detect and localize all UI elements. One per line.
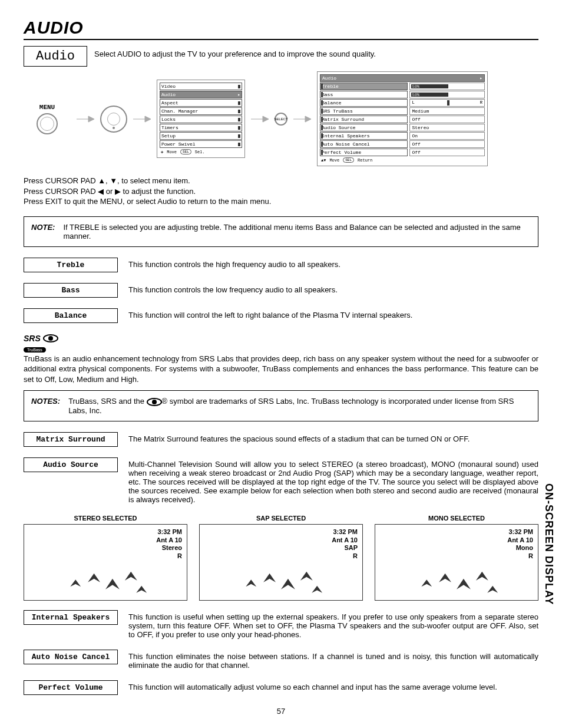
term-matrix: Matrix Surround The Matrix Surround feat…	[24, 432, 538, 447]
term-treble: Treble This function controls the high f…	[24, 258, 538, 272]
example-title: MONO SELECTED	[375, 515, 538, 522]
audio-label-box: Audio	[24, 46, 87, 67]
osd-example-sap: SAP SELECTED 3:32 PM Ant A 10 SAP R	[199, 515, 363, 601]
dpad-icon	[100, 106, 127, 133]
term-balance: Balance This function will control the l…	[24, 308, 538, 323]
side-tab: ON-SCREEN DISPLAY	[543, 483, 555, 605]
term-desc: This function eliminates the noise betwe…	[128, 650, 538, 670]
osd-row: Chan. Manager	[160, 107, 242, 115]
term-label: Treble	[24, 258, 118, 272]
osd-row: Audio▸	[160, 91, 242, 98]
term-label: Bass	[24, 283, 118, 298]
osd-footer: ▲▼MoveSELReturn	[320, 157, 485, 163]
term-desc: Multi-Channel Television Sound will allo…	[128, 457, 538, 504]
menu-button-col: MENU	[24, 104, 71, 134]
osd-row: Power Swivel	[160, 140, 242, 148]
osd-row: Locks	[160, 116, 242, 123]
arrow-right-icon	[77, 116, 94, 123]
arrow-right-icon	[293, 116, 311, 123]
osd-example-row: STEREO SELECTED 3:32 PM Ant A 10 Stereo …	[24, 515, 538, 601]
term-audio-source: Audio Source Multi-Channel Television So…	[24, 457, 538, 504]
arrow-right-icon	[133, 116, 151, 123]
srs-oval-icon	[43, 334, 58, 342]
intro-text: Select AUDIO to adjust the TV to your pr…	[94, 46, 538, 58]
term-desc: The Matrix Surround features the spaciou…	[128, 432, 538, 443]
term-label: Audio Source	[24, 457, 118, 472]
term-bass: Bass This function controls the low freq…	[24, 283, 538, 298]
select-button-col: SELECT	[275, 112, 287, 126]
instructions: Press CURSOR PAD ▲, ▼, to select menu it…	[24, 176, 538, 207]
osd-row: Timers	[160, 124, 242, 131]
birds-icon	[375, 547, 538, 600]
example-title: STEREO SELECTED	[24, 515, 187, 522]
srs-oval-icon	[147, 398, 162, 406]
srs-section: SRS TruBass TruBass is an audio enhancem…	[24, 334, 538, 385]
select-button-icon: SELECT	[275, 113, 287, 126]
term-desc: This function controls the high frequenc…	[128, 258, 538, 269]
birds-icon	[24, 547, 187, 600]
term-label: Auto Noise Cancel	[24, 650, 118, 664]
osd-main-menu: Video Audio▸ Aspect Chan. Manager Locks …	[157, 80, 245, 158]
hardware-flow-row: MENU Video Audio▸ Aspect Chan. Manager L…	[24, 71, 538, 166]
menu-button-icon	[37, 113, 58, 134]
osd-row: Aspect	[160, 99, 242, 107]
osd-audio-menu: Audio▸ Treble50% Bass50% BalanceLR SRS T…	[317, 71, 488, 166]
srs-body: TruBass is an audio enhancement technolo…	[24, 354, 538, 385]
notes-label: NOTES:	[31, 397, 60, 415]
term-label: Matrix Surround	[24, 432, 118, 447]
term-internal-speakers: Internal Speakers This function is usefu…	[24, 610, 538, 639]
note-box: NOTE: If TREBLE is selected you are adju…	[24, 216, 538, 247]
notes-text: TruBass, SRS and the ® symbol are tradem…	[68, 397, 531, 415]
term-label: Internal Speakers	[24, 610, 118, 625]
osd-footer: ✥MoveSELSel.	[160, 149, 242, 155]
example-title: SAP SELECTED	[199, 515, 363, 522]
term-desc: This function is useful when setting up …	[128, 610, 538, 639]
arrow-right-icon	[251, 116, 269, 123]
osd-example-mono: MONO SELECTED 3:32 PM Ant A 10 Mono R	[375, 515, 538, 601]
osd-row: Video	[160, 83, 242, 90]
term-label: Balance	[24, 308, 118, 323]
example-screen: 3:32 PM Ant A 10 SAP R	[199, 524, 363, 601]
page-title: AUDIO	[24, 18, 538, 40]
notes-box-2: NOTES: TruBass, SRS and the ® symbol are…	[24, 390, 538, 421]
menu-label: MENU	[24, 104, 71, 111]
note-text: If TREBLE is selected you are adjusting …	[63, 223, 531, 241]
header-row: Audio Select AUDIO to adjust the TV to y…	[24, 46, 538, 67]
term-desc: This function controls the low frequency…	[128, 283, 538, 294]
term-desc: This function will automatically adjust …	[128, 680, 538, 691]
example-screen: 3:32 PM Ant A 10 Mono R	[375, 524, 538, 601]
osd-audio-title: Audio▸	[320, 74, 485, 82]
srs-sublabel: TruBass	[24, 347, 46, 353]
osd-example-stereo: STEREO SELECTED 3:32 PM Ant A 10 Stereo …	[24, 515, 187, 601]
birds-icon	[200, 547, 362, 600]
term-desc: This function will control the left to r…	[128, 308, 538, 319]
example-screen: 3:32 PM Ant A 10 Stereo R	[24, 524, 187, 601]
srs-logo: SRS	[24, 334, 538, 343]
page-number: 57	[24, 707, 538, 716]
note-label: NOTE:	[31, 223, 55, 241]
osd-row: Setup	[160, 132, 242, 140]
term-label: Perfect Volume	[24, 680, 118, 695]
term-perfect-volume: Perfect Volume This function will automa…	[24, 680, 538, 695]
term-auto-noise: Auto Noise Cancel This function eliminat…	[24, 650, 538, 670]
